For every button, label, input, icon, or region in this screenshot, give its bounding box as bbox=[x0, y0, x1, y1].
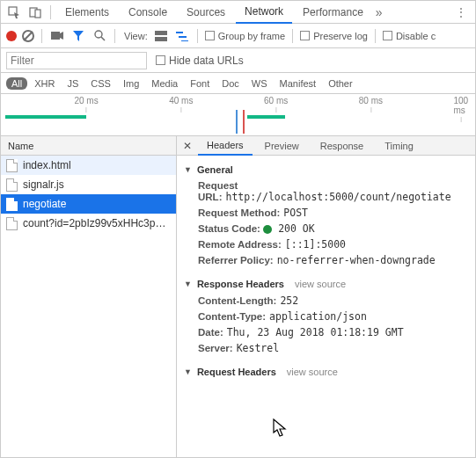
tab-elements[interactable]: Elements bbox=[56, 1, 118, 24]
section-request-headers[interactable]: ▼Request Headersview source bbox=[184, 363, 468, 381]
filter-row: Hide data URLs bbox=[1, 48, 475, 73]
view-source-link[interactable]: view source bbox=[287, 367, 338, 377]
request-url: Request URL:http://localhost:5000/count/… bbox=[184, 178, 468, 205]
device-icon[interactable] bbox=[26, 3, 45, 22]
svg-line-5 bbox=[101, 37, 105, 40]
camera-icon[interactable] bbox=[49, 28, 65, 44]
file-icon bbox=[6, 159, 18, 172]
request-row[interactable]: signalr.js bbox=[1, 175, 176, 194]
tab-headers[interactable]: Headers bbox=[198, 136, 253, 156]
filter-ws[interactable]: WS bbox=[246, 77, 273, 90]
clear-button[interactable] bbox=[22, 30, 34, 42]
status-code: Status Code: 200 OK bbox=[184, 221, 468, 236]
group-label: Group by frame bbox=[218, 31, 285, 41]
triangle-down-icon: ▼ bbox=[184, 367, 192, 376]
filter-xhr[interactable]: XHR bbox=[29, 77, 60, 90]
response-header: Content-Type:application/json bbox=[184, 309, 468, 324]
record-button[interactable] bbox=[6, 31, 17, 41]
timeline-overview[interactable]: 20 ms 40 ms 60 ms 80 ms 100 ms bbox=[1, 94, 475, 136]
search-icon[interactable] bbox=[92, 28, 107, 44]
svg-rect-6 bbox=[155, 31, 167, 35]
remote-address: Remote Address:[::1]:5000 bbox=[184, 236, 468, 252]
filter-css[interactable]: CSS bbox=[85, 77, 116, 90]
group-by-frame-checkbox[interactable]: Group by frame bbox=[205, 31, 285, 41]
triangle-down-icon: ▼ bbox=[184, 280, 192, 288]
filter-icon[interactable] bbox=[70, 28, 86, 44]
triangle-down-icon: ▼ bbox=[184, 165, 192, 174]
svg-point-4 bbox=[95, 31, 102, 38]
requests-list: Name index.html signalr.js negotiate cou… bbox=[1, 136, 177, 458]
filter-doc[interactable]: Doc bbox=[216, 77, 245, 90]
request-method: Request Method:POST bbox=[184, 205, 468, 221]
filter-all[interactable]: All bbox=[6, 77, 27, 90]
close-icon[interactable]: ✕ bbox=[180, 139, 194, 153]
referrer-policy: Referrer Policy:no-referrer-when-downgra… bbox=[184, 252, 468, 268]
filter-other[interactable]: Other bbox=[323, 77, 358, 90]
tab-preview[interactable]: Preview bbox=[256, 136, 308, 156]
request-row[interactable]: count?id=2pbIz99v5xHHc3p37… bbox=[1, 214, 176, 233]
tab-network[interactable]: Network bbox=[236, 1, 292, 24]
devtools-top-tabs: Elements Console Sources Network Perform… bbox=[1, 1, 475, 24]
section-response-headers[interactable]: ▼Response Headersview source bbox=[184, 275, 468, 293]
tab-performance[interactable]: Performance bbox=[294, 1, 372, 24]
view-waterfall-icon[interactable] bbox=[174, 28, 190, 44]
disable-cache-checkbox[interactable]: Disable c bbox=[383, 31, 436, 41]
preserve-log-checkbox[interactable]: Preserve log bbox=[300, 31, 368, 41]
view-source-link[interactable]: view source bbox=[295, 279, 346, 289]
filter-font[interactable]: Font bbox=[185, 77, 215, 90]
type-filters: All XHR JS CSS Img Media Font Doc WS Man… bbox=[1, 73, 475, 94]
filter-media[interactable]: Media bbox=[146, 77, 183, 90]
tab-response[interactable]: Response bbox=[311, 136, 373, 156]
file-icon bbox=[6, 198, 18, 211]
inspect-icon[interactable] bbox=[4, 3, 24, 22]
file-icon bbox=[6, 217, 18, 230]
headers-panel: ▼General Request URL:http://localhost:50… bbox=[177, 156, 475, 458]
file-icon bbox=[6, 178, 18, 192]
request-detail: ✕ Headers Preview Response Timing ▼Gener… bbox=[177, 136, 475, 458]
status-dot-icon bbox=[263, 225, 272, 234]
filter-input[interactable] bbox=[6, 52, 147, 69]
svg-rect-7 bbox=[155, 37, 167, 41]
response-header: Content-Length:252 bbox=[184, 293, 468, 309]
svg-rect-2 bbox=[35, 10, 40, 18]
response-header: Date:Thu, 23 Aug 2018 01:18:19 GMT bbox=[184, 324, 468, 340]
request-row[interactable]: negotiate bbox=[1, 194, 176, 214]
preserve-label: Preserve log bbox=[313, 31, 368, 41]
column-header-name[interactable]: Name bbox=[1, 136, 176, 156]
svg-rect-3 bbox=[51, 32, 60, 40]
detail-tabs: ✕ Headers Preview Response Timing bbox=[177, 136, 475, 156]
response-header: Server:Kestrel bbox=[184, 340, 468, 356]
tab-console[interactable]: Console bbox=[120, 1, 176, 24]
filter-js[interactable]: JS bbox=[62, 77, 84, 90]
network-toolbar: View: Group by frame Preserve log Disabl… bbox=[1, 24, 475, 48]
tab-sources[interactable]: Sources bbox=[178, 1, 234, 24]
hide-data-urls-checkbox[interactable]: Hide data URLs bbox=[156, 55, 244, 67]
request-row[interactable]: index.html bbox=[1, 156, 176, 175]
disable-label: Disable c bbox=[396, 31, 436, 41]
filter-img[interactable]: Img bbox=[118, 77, 144, 90]
more-tabs-icon[interactable]: » bbox=[376, 5, 383, 19]
view-large-icon[interactable] bbox=[153, 28, 169, 44]
tab-timing[interactable]: Timing bbox=[376, 136, 422, 156]
filter-manifest[interactable]: Manifest bbox=[275, 77, 322, 90]
menu-dots-icon[interactable]: ⋮ bbox=[450, 6, 472, 18]
view-label: View: bbox=[124, 31, 148, 41]
section-general[interactable]: ▼General bbox=[184, 161, 468, 178]
